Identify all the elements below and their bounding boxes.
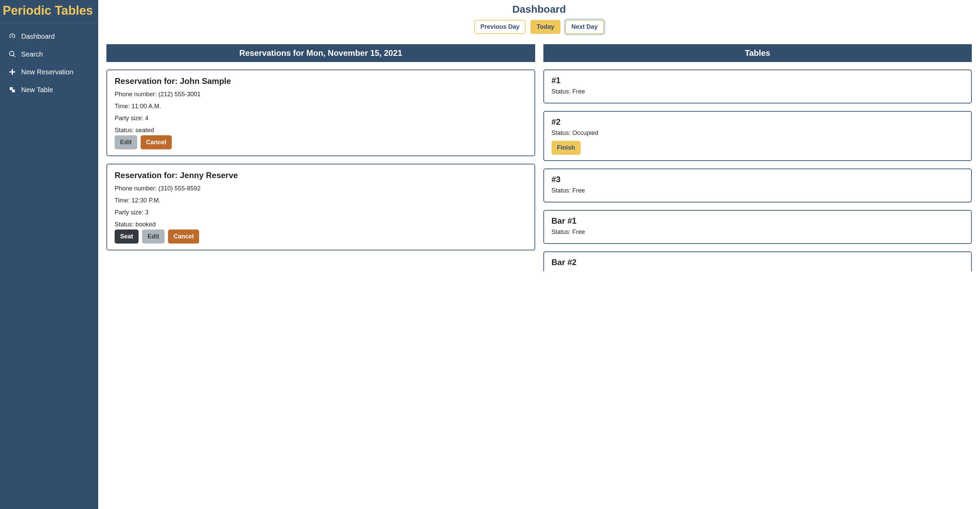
previous-day-button[interactable]: Previous Day — [474, 20, 526, 34]
reservation-phone: Phone number: (310) 555-8592 — [115, 185, 527, 192]
edit-button[interactable]: Edit — [142, 230, 165, 244]
table-status: Status: Free — [552, 187, 964, 194]
table-card: Bar #1Status: Free — [543, 210, 972, 244]
reservation-actions: EditCancel — [115, 135, 527, 149]
sidebar-item-search[interactable]: Search — [0, 45, 98, 63]
sidebar-item-new-table[interactable]: New Table — [0, 81, 98, 99]
table-name: Bar #2 — [552, 258, 964, 267]
sidebar: Periodic Tables Dashboard Search New Res… — [0, 0, 98, 509]
table-name: #1 — [552, 76, 964, 85]
dashboard-columns: Reservations for Mon, November 15, 2021 … — [107, 44, 972, 271]
finish-button[interactable]: Finish — [552, 141, 581, 155]
cancel-button[interactable]: Cancel — [141, 135, 172, 149]
table-status: Status: Occupied — [552, 129, 964, 137]
gauge-icon — [8, 32, 16, 40]
next-day-button[interactable]: Next Day — [565, 20, 604, 34]
table-status: Status: Free — [552, 88, 964, 95]
table-name: Bar #1 — [552, 216, 964, 226]
seat-button[interactable]: Seat — [115, 230, 138, 244]
reservation-time: Time: 12:30 P.M. — [115, 197, 527, 204]
table-name: #2 — [552, 117, 964, 127]
sidebar-item-label: Dashboard — [21, 32, 55, 40]
today-button[interactable]: Today — [530, 20, 560, 34]
reservation-name: Reservation for: Jenny Reserve — [115, 171, 527, 180]
reservations-list: Reservation for: John SamplePhone number… — [107, 70, 535, 251]
reservation-party-size: Party size: 4 — [115, 115, 527, 122]
reservation-card: Reservation for: John SamplePhone number… — [107, 70, 535, 156]
sidebar-item-dashboard[interactable]: Dashboard — [0, 27, 98, 45]
main-content: Dashboard Previous Day Today Next Day Re… — [98, 0, 980, 509]
cancel-button[interactable]: Cancel — [168, 230, 199, 244]
day-navigation: Previous Day Today Next Day — [107, 20, 972, 34]
reservations-column: Reservations for Mon, November 15, 2021 … — [107, 44, 535, 251]
tables-column: Tables #1Status: Free#2Status: OccupiedF… — [543, 44, 972, 271]
tables-list: #1Status: Free#2Status: OccupiedFinish#3… — [543, 70, 972, 271]
table-card: #3Status: Free — [543, 169, 972, 203]
search-icon — [8, 50, 16, 58]
table-card: #1Status: Free — [543, 70, 972, 104]
tables-header: Tables — [543, 44, 972, 62]
reservation-time: Time: 11:00 A.M. — [115, 103, 527, 110]
reservation-phone: Phone number: (212) 555-3001 — [115, 91, 527, 98]
table-card: Bar #2 — [543, 251, 972, 271]
sidebar-nav: Dashboard Search New Reservation New Tab… — [0, 23, 98, 99]
sidebar-item-label: New Reservation — [21, 68, 73, 76]
reservation-card: Reservation for: Jenny ReservePhone numb… — [107, 164, 535, 251]
layers-icon — [8, 86, 16, 94]
reservation-actions: SeatEditCancel — [115, 230, 527, 244]
reservation-status: Status: seated — [115, 127, 527, 134]
page-title: Dashboard — [107, 3, 972, 15]
table-card: #2Status: OccupiedFinish — [543, 111, 972, 161]
sidebar-item-label: Search — [21, 50, 43, 58]
reservation-name: Reservation for: John Sample — [115, 77, 527, 86]
reservations-header: Reservations for Mon, November 15, 2021 — [107, 44, 535, 62]
edit-button[interactable]: Edit — [115, 135, 137, 149]
plus-icon — [8, 68, 16, 76]
sidebar-item-new-reservation[interactable]: New Reservation — [0, 63, 98, 81]
table-status: Status: Free — [552, 228, 964, 236]
brand-title[interactable]: Periodic Tables — [0, 0, 98, 23]
reservation-party-size: Party size: 3 — [115, 209, 527, 216]
reservation-status: Status: booked — [115, 221, 527, 228]
sidebar-item-label: New Table — [21, 86, 53, 94]
table-name: #3 — [552, 175, 964, 184]
